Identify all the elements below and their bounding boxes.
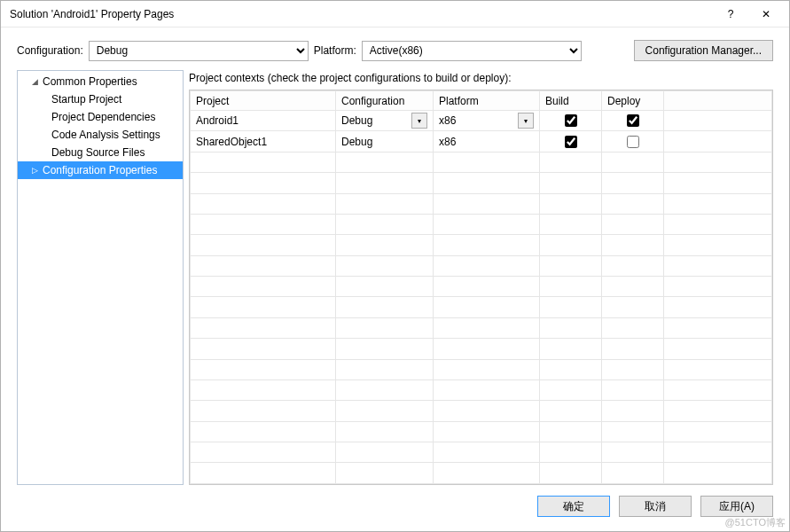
col-build[interactable]: Build: [540, 91, 602, 111]
table-row: [191, 463, 772, 484]
close-icon: ✕: [762, 8, 770, 20]
table-row: [191, 277, 772, 297]
chevron-down-icon[interactable]: ▾: [411, 113, 427, 129]
cell-build[interactable]: [540, 131, 602, 152]
col-filler: [664, 91, 772, 111]
table-row: [191, 359, 772, 379]
table-row: [191, 421, 772, 442]
table-row: [191, 442, 772, 463]
table-row[interactable]: SharedObject1Debugx86: [191, 131, 772, 152]
deploy-checkbox[interactable]: [627, 136, 639, 148]
cell-project: Android1: [191, 111, 336, 131]
table-row: [191, 152, 772, 172]
col-platform[interactable]: Platform: [434, 91, 540, 111]
table-row: [191, 193, 772, 214]
cell-deploy[interactable]: [602, 111, 664, 131]
table-row[interactable]: Android1Debug▾x86▾: [191, 111, 772, 131]
tree-configuration-properties[interactable]: ▷ Configuration Properties: [18, 161, 183, 179]
cell-deploy[interactable]: [602, 131, 664, 152]
table-row: [191, 235, 772, 255]
build-checkbox[interactable]: [565, 136, 577, 148]
cell-filler: [664, 111, 772, 131]
tree-common-properties[interactable]: ◢ Common Properties: [18, 73, 183, 90]
build-checkbox[interactable]: [565, 114, 577, 127]
table-row: [191, 339, 772, 359]
cell-filler: [664, 131, 772, 152]
tree-project-dependencies[interactable]: Project Dependencies: [18, 108, 183, 126]
configuration-label: Configuration:: [17, 44, 83, 57]
chevron-down-icon[interactable]: ▾: [518, 113, 534, 129]
cell-project: SharedObject1: [191, 131, 336, 152]
tree-code-analysis-settings[interactable]: Code Analysis Settings: [18, 126, 183, 144]
col-deploy[interactable]: Deploy: [602, 91, 664, 111]
table-row: [191, 214, 772, 234]
tree-startup-project[interactable]: Startup Project: [18, 90, 183, 108]
titlebar: Solution 'Android1' Property Pages ? ✕: [1, 1, 789, 27]
tree-debug-source-files[interactable]: Debug Source Files: [18, 144, 183, 161]
ok-button[interactable]: 确定: [537, 496, 610, 517]
help-button[interactable]: ?: [713, 2, 748, 27]
section-title: Project contexts (check the project conf…: [189, 72, 773, 84]
cell-configuration: Debug: [336, 131, 434, 152]
property-pages-window: Solution 'Android1' Property Pages ? ✕ C…: [0, 0, 790, 532]
cell-build[interactable]: [540, 111, 602, 131]
contexts-table: Project Configuration Platform Build Dep…: [190, 90, 772, 484]
dialog-body: ◢ Common Properties Startup Project Proj…: [1, 70, 789, 485]
expanded-icon: ◢: [32, 77, 43, 86]
configuration-bar: Configuration: Debug Platform: Active(x8…: [1, 27, 789, 70]
table-row: [191, 401, 772, 421]
cell-platform[interactable]: x86▾: [434, 111, 540, 131]
window-title: Solution 'Android1' Property Pages: [10, 8, 713, 20]
col-configuration[interactable]: Configuration: [336, 91, 434, 111]
help-icon: ?: [728, 8, 734, 20]
cell-configuration[interactable]: Debug▾: [336, 111, 434, 131]
cell-platform: x86: [434, 131, 540, 152]
cancel-button[interactable]: 取消: [619, 496, 692, 517]
dialog-footer: 确定 取消 应用(A): [1, 485, 789, 531]
apply-button[interactable]: 应用(A): [700, 496, 773, 517]
deploy-checkbox[interactable]: [627, 114, 639, 127]
platform-label: Platform:: [314, 44, 356, 57]
right-panel: Project contexts (check the project conf…: [189, 70, 773, 485]
table-row: [191, 297, 772, 317]
close-button[interactable]: ✕: [748, 2, 784, 27]
nav-tree[interactable]: ◢ Common Properties Startup Project Proj…: [17, 70, 184, 485]
col-project[interactable]: Project: [191, 91, 336, 111]
project-contexts-grid: Project Configuration Platform Build Dep…: [189, 90, 773, 485]
configuration-manager-button[interactable]: Configuration Manager...: [634, 40, 773, 61]
table-row: [191, 379, 772, 400]
table-header-row: Project Configuration Platform Build Dep…: [191, 91, 772, 111]
table-row: [191, 173, 772, 193]
collapsed-icon: ▷: [32, 166, 43, 175]
table-row: [191, 317, 772, 338]
table-row: [191, 255, 772, 276]
platform-select[interactable]: Active(x86): [362, 41, 582, 61]
configuration-select[interactable]: Debug: [89, 41, 309, 61]
